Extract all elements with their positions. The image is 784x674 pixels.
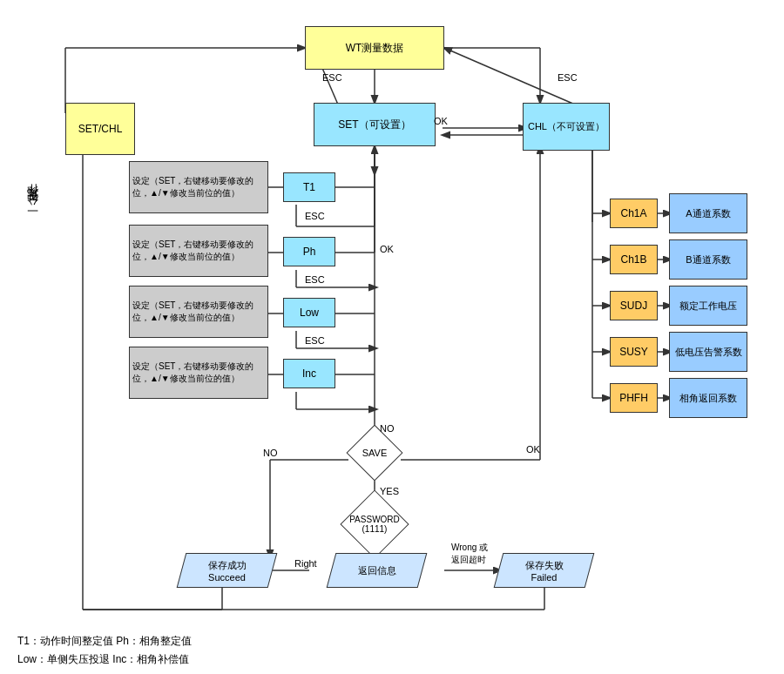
low-box: Low — [283, 298, 335, 327]
password-label: PASSWORD (1111) — [349, 515, 400, 534]
ch1a-desc-label: A通道系数 — [686, 207, 730, 220]
sudj-desc-box: 额定工作电压 — [669, 286, 747, 326]
save-fail-box: 保存失败 Failed — [498, 553, 590, 588]
phfh-label: PHFH — [619, 392, 648, 404]
esc-t1: ESC — [305, 211, 325, 221]
esc-label-set: ESC — [322, 72, 342, 83]
save-fail-label: 保存失败 Failed — [525, 559, 564, 583]
susy-desc-box: 低电压告警系数 — [669, 332, 747, 372]
right-label: Right — [294, 558, 317, 569]
low-desc-label: 设定（SET，右键移动要修改的位，▲/▼修改当前位的值） — [132, 300, 265, 324]
chl-box: CHL（不可设置） — [523, 103, 610, 151]
wt-box: WT测量数据 — [305, 26, 444, 70]
inc-desc-box: 设定（SET，右键移动要修改的位，▲/▼修改当前位的值） — [129, 347, 268, 399]
phfh-desc-label: 相角返回系数 — [679, 392, 737, 405]
esc-label-chl: ESC — [558, 72, 578, 83]
vertical-label-container: 一分钟无操作 — [24, 87, 40, 331]
ch1b-box: Ch1B — [610, 245, 658, 274]
ph-desc-label: 设定（SET，右键移动要修改的位，▲/▼修改当前位的值） — [132, 239, 265, 263]
sudj-label: SUDJ — [620, 300, 647, 312]
susy-label: SUSY — [619, 346, 648, 358]
no-label: NO — [380, 423, 395, 434]
t1-desc-box: 设定（SET，右键移动要修改的位，▲/▼修改当前位的值） — [129, 161, 268, 213]
esc-ph: ESC — [305, 274, 325, 285]
ch1a-box: Ch1A — [610, 199, 658, 228]
esc-low: ESC — [305, 335, 325, 346]
yes-label: YES — [380, 486, 399, 496]
ph-label: Ph — [303, 246, 316, 258]
ch1b-desc-box: B通道系数 — [669, 239, 747, 280]
footnotes: T1：动作时间整定值 Ph：相角整定值 Low：单侧失压投退 Inc：相角补偿值 — [17, 632, 192, 670]
t1-label: T1 — [303, 181, 315, 193]
inc-label: Inc — [302, 367, 316, 380]
t1-box: T1 — [283, 172, 335, 202]
ok-label: OK — [434, 116, 448, 126]
wt-label: WT测量数据 — [346, 41, 404, 56]
diagram: WT测量数据 SET（可设置） CHL（不可设置） SET/CHL 一分钟无操作… — [0, 0, 784, 627]
footnote-line2: Low：单侧失压投退 Inc：相角补偿值 — [17, 650, 192, 670]
ph-box: Ph — [283, 237, 335, 266]
susy-box: SUSY — [610, 337, 658, 367]
save-label: SAVE — [362, 448, 388, 458]
return-info-label: 返回信息 — [358, 564, 396, 577]
ok-label2: OK — [380, 244, 394, 254]
password-diamond: PASSWORD (1111) — [340, 498, 409, 550]
vertical-label: 一分钟无操作 — [24, 201, 40, 217]
ch1b-label: Ch1B — [620, 253, 646, 266]
ch1a-desc-box: A通道系数 — [669, 193, 747, 233]
set-label: SET（可设置） — [338, 118, 410, 132]
setchl-label: SET/CHL — [78, 123, 123, 135]
susy-desc-label: 低电压告警系数 — [675, 346, 742, 359]
sudj-box: SUDJ — [610, 291, 658, 320]
return-info-box: 返回信息 — [331, 553, 422, 588]
inc-desc-label: 设定（SET，右键移动要修改的位，▲/▼修改当前位的值） — [132, 361, 265, 385]
phfh-desc-box: 相角返回系数 — [669, 378, 747, 418]
sudj-desc-label: 额定工作电压 — [679, 300, 737, 313]
setchl-box: SET/CHL — [65, 103, 135, 155]
save-success-box: 保存成功 Succeed — [181, 553, 273, 588]
low-label: Low — [300, 307, 319, 319]
svg-line-57 — [444, 48, 575, 104]
wrong-label: Wrong 或 返回超时 — [451, 542, 488, 566]
ch1a-label: Ch1A — [620, 207, 646, 219]
no-label2: NO — [263, 448, 278, 458]
set-box: SET（可设置） — [314, 103, 436, 146]
ok-label3: OK — [526, 444, 540, 455]
ch1b-desc-label: B通道系数 — [686, 253, 730, 266]
t1-desc-label: 设定（SET，右键移动要修改的位，▲/▼修改当前位的值） — [132, 175, 265, 199]
chl-label: CHL（不可设置） — [528, 120, 605, 133]
save-diamond: SAVE — [344, 427, 405, 479]
phfh-box: PHFH — [610, 383, 658, 413]
ph-desc-box: 设定（SET，右键移动要修改的位，▲/▼修改当前位的值） — [129, 225, 268, 277]
low-desc-box: 设定（SET，右键移动要修改的位，▲/▼修改当前位的值） — [129, 286, 268, 338]
footnote-line1: T1：动作时间整定值 Ph：相角整定值 — [17, 632, 192, 651]
inc-box: Inc — [283, 359, 335, 388]
save-success-label: 保存成功 Succeed — [208, 559, 247, 583]
